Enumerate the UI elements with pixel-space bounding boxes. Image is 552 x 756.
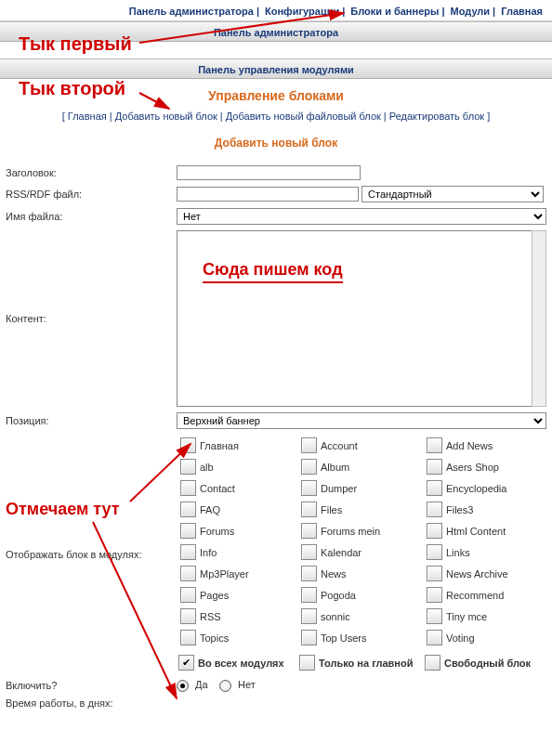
module-label: Html Content xyxy=(446,526,506,537)
module-label: Topics xyxy=(200,632,229,644)
label-rss: RSS/RDF файл: xyxy=(0,183,171,205)
checkbox-all-modules[interactable] xyxy=(178,655,194,671)
radio-enable-yes[interactable] xyxy=(177,680,189,692)
checkbox-module[interactable] xyxy=(301,544,317,560)
sub-nav: [ Главная | Добавить новый блок | Добави… xyxy=(0,111,552,127)
rss-type-select[interactable]: Стандартный xyxy=(361,186,544,202)
checkbox-module[interactable] xyxy=(180,608,196,624)
module-grid: ГлавнаяAccountAdd NewsalbAlbumAsers Shop… xyxy=(177,435,546,648)
checkbox-module[interactable] xyxy=(427,608,442,624)
checkbox-module[interactable] xyxy=(301,587,317,603)
checkbox-module[interactable] xyxy=(427,544,442,560)
module-label: Album xyxy=(321,462,349,473)
nav-admin-panel[interactable]: Панель администратора xyxy=(129,6,254,17)
module-label: Kalendar xyxy=(321,547,361,558)
checkbox-module[interactable] xyxy=(180,459,196,475)
subnav-add-file-block[interactable]: Добавить новый файловый блок xyxy=(226,111,381,122)
radio-enable-no[interactable] xyxy=(219,680,231,692)
module-label: Encyclopedia xyxy=(446,483,506,494)
label-free-block: Свободный блок xyxy=(444,658,531,669)
nav-config[interactable]: Конфигурации xyxy=(265,6,339,17)
label-content: Контент: xyxy=(0,228,171,410)
checkbox-module[interactable] xyxy=(180,587,196,603)
module-label: Dumper xyxy=(321,483,357,494)
checkbox-module[interactable] xyxy=(301,437,317,453)
module-label: Links xyxy=(446,547,470,558)
checkbox-module[interactable] xyxy=(427,459,442,475)
checkbox-module[interactable] xyxy=(180,502,196,517)
label-position: Позиция: xyxy=(0,410,171,432)
subnav-edit-block[interactable]: Редактировать блок xyxy=(389,111,484,122)
label-all-modules: Во всех модулях xyxy=(198,658,284,669)
module-label: FAQ xyxy=(200,504,220,515)
module-label: Top Users xyxy=(321,632,367,644)
title-input[interactable] xyxy=(177,165,361,180)
module-label: Forums xyxy=(200,526,234,537)
checkbox-module[interactable] xyxy=(427,502,442,517)
label-enable: Включить? xyxy=(0,676,171,695)
label-filename: Имя файла: xyxy=(0,205,171,228)
checkbox-module[interactable] xyxy=(301,523,317,539)
checkbox-module[interactable] xyxy=(301,566,317,581)
module-label: Tiny mce xyxy=(446,611,487,622)
rss-input[interactable] xyxy=(177,187,359,202)
module-label: Contact xyxy=(200,483,235,494)
module-label: Mp3Player xyxy=(200,568,249,580)
module-label: Files3 xyxy=(446,504,473,515)
subnav-home[interactable]: Главная xyxy=(68,111,107,122)
position-select[interactable]: Верхний баннер xyxy=(177,412,546,429)
module-label: Info xyxy=(200,547,217,558)
module-label: Files xyxy=(321,504,342,515)
module-label: Recommend xyxy=(446,590,504,601)
checkbox-module[interactable] xyxy=(180,523,196,539)
checkbox-module[interactable] xyxy=(301,480,317,496)
checkbox-free-block[interactable] xyxy=(425,655,440,671)
checkbox-module[interactable] xyxy=(180,566,196,581)
module-label: Главная xyxy=(200,440,239,451)
label-title: Заголовок: xyxy=(0,163,171,183)
filename-select[interactable]: Нет xyxy=(177,208,546,225)
checkbox-module[interactable] xyxy=(301,630,317,645)
label-worktime: Время работы, в днях: xyxy=(0,695,171,711)
module-label: Voting xyxy=(446,632,475,644)
module-label: RSS xyxy=(200,611,221,622)
breadcrumb-bar-1: Панель администратора xyxy=(0,21,552,42)
top-nav: Панель администратора| Конфигурации| Бло… xyxy=(0,0,552,21)
checkbox-module[interactable] xyxy=(301,608,317,624)
module-label: Forums mein xyxy=(321,526,380,537)
module-label: Pogoda xyxy=(321,590,356,601)
checkbox-module[interactable] xyxy=(180,437,196,453)
checkbox-module[interactable] xyxy=(180,480,196,496)
checkbox-module[interactable] xyxy=(301,459,317,475)
checkbox-module[interactable] xyxy=(180,630,196,645)
label-home-only: Только на главной xyxy=(319,658,413,669)
module-label: Asers Shop xyxy=(446,462,499,473)
checkbox-module[interactable] xyxy=(427,523,442,539)
module-label: sonnic xyxy=(321,611,350,622)
content-textarea[interactable] xyxy=(177,230,532,407)
breadcrumb-bar-2: Панель управления модулями xyxy=(0,59,552,79)
checkbox-module[interactable] xyxy=(427,437,442,453)
label-showin: Отображать блок в модулях: xyxy=(0,432,171,676)
checkbox-module[interactable] xyxy=(427,587,442,603)
module-label: News Archive xyxy=(446,568,508,580)
label-yes: Да xyxy=(195,679,208,690)
subnav-add-block[interactable]: Добавить новый блок xyxy=(115,111,217,122)
label-no: Нет xyxy=(238,679,256,690)
nav-blocks-banners[interactable]: Блоки и баннеры xyxy=(350,6,439,17)
checkbox-home-only[interactable] xyxy=(299,655,315,671)
section-title: Добавить новый блок xyxy=(0,127,552,163)
module-label: Pages xyxy=(200,590,229,601)
scrollbar[interactable] xyxy=(532,230,546,407)
module-label: Account xyxy=(321,440,358,451)
module-label: News xyxy=(321,568,347,580)
module-label: Add News xyxy=(446,440,493,451)
checkbox-module[interactable] xyxy=(427,630,442,645)
checkbox-module[interactable] xyxy=(427,480,442,496)
checkbox-module[interactable] xyxy=(301,502,317,517)
nav-modules[interactable]: Модули xyxy=(451,6,491,17)
nav-home[interactable]: Главная xyxy=(501,6,543,17)
checkbox-module[interactable] xyxy=(180,544,196,560)
checkbox-module[interactable] xyxy=(427,566,442,581)
page-title: Управление блоками xyxy=(0,79,552,111)
